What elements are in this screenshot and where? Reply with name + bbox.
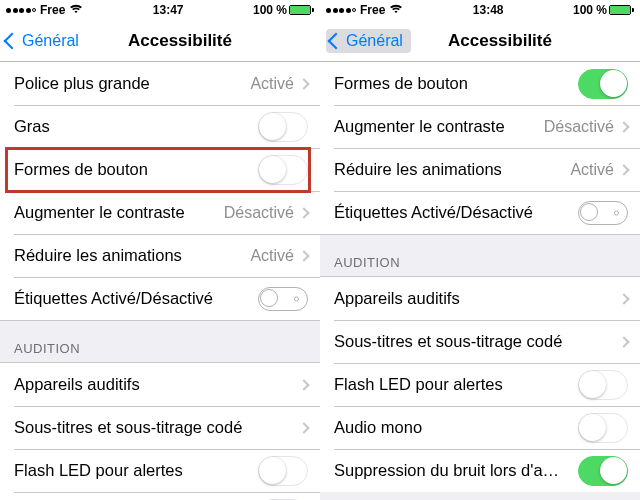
settings-row[interactable]: Suppression du bruit lors d'a… <box>320 449 640 492</box>
toggle-switch[interactable] <box>258 287 308 311</box>
settings-row[interactable]: Flash LED pour alertes <box>0 449 320 492</box>
settings-row[interactable]: Flash LED pour alertes <box>320 363 640 406</box>
row-label: Formes de bouton <box>14 160 258 179</box>
row-label: Appareils auditifs <box>334 289 620 308</box>
row-value: Activé <box>570 161 614 179</box>
battery-icon <box>609 5 634 15</box>
row-label: Étiquettes Activé/Désactivé <box>14 289 258 308</box>
status-time: 13:48 <box>473 3 504 17</box>
settings-row[interactable]: Étiquettes Activé/Désactivé <box>0 277 320 320</box>
toggle-switch[interactable] <box>578 201 628 225</box>
footer-note: La suppression du bruit réduit les sons … <box>320 492 640 500</box>
row-label: Sous-titres et sous-titrage codé <box>334 332 620 351</box>
row-label: Réduire les animations <box>334 160 570 179</box>
toggle-switch[interactable] <box>578 370 628 400</box>
chevron-left-icon <box>4 32 21 49</box>
settings-list: Police plus grandeActivéGrasFormes de bo… <box>0 62 320 500</box>
nav-bar: Général Accessibilité <box>320 20 640 62</box>
chevron-right-icon <box>298 379 309 390</box>
chevron-right-icon <box>298 78 309 89</box>
settings-row[interactable]: Réduire les animationsActivé <box>0 234 320 277</box>
chevron-right-icon <box>298 250 309 261</box>
settings-row[interactable]: Formes de bouton <box>0 148 320 191</box>
settings-row[interactable]: Audio mono <box>0 492 320 500</box>
settings-list: Formes de boutonAugmenter le contrasteDé… <box>320 62 640 500</box>
signal-dots <box>6 8 36 13</box>
row-label: Flash LED pour alertes <box>14 461 258 480</box>
settings-row[interactable]: Sous-titres et sous-titrage codé <box>0 406 320 449</box>
left-screenshot: Free 13:47 100 % Général Accessibilité P… <box>0 0 320 500</box>
row-label: Appareils auditifs <box>14 375 300 394</box>
status-time: 13:47 <box>153 3 184 17</box>
row-label: Flash LED pour alertes <box>334 375 578 394</box>
carrier: Free <box>360 3 385 17</box>
row-label: Formes de bouton <box>334 74 578 93</box>
row-label: Gras <box>14 117 258 136</box>
settings-row[interactable]: Formes de bouton <box>320 62 640 105</box>
chevron-right-icon <box>298 207 309 218</box>
row-label: Augmenter le contraste <box>14 203 224 222</box>
row-value: Désactivé <box>224 204 294 222</box>
section-header-audition: AUDITION <box>0 320 320 363</box>
toggle-switch[interactable] <box>578 456 628 486</box>
row-label: Suppression du bruit lors d'a… <box>334 461 578 480</box>
back-button[interactable]: Général <box>326 29 411 53</box>
back-label: Général <box>22 32 79 50</box>
settings-row[interactable]: Audio mono <box>320 406 640 449</box>
signal-dots <box>326 8 356 13</box>
settings-row[interactable]: Gras <box>0 105 320 148</box>
status-bar: Free 13:48 100 % <box>320 0 640 20</box>
toggle-switch[interactable] <box>258 112 308 142</box>
row-label: Augmenter le contraste <box>334 117 544 136</box>
row-value: Désactivé <box>544 118 614 136</box>
back-label: Général <box>346 32 403 50</box>
row-label: Police plus grande <box>14 74 250 93</box>
carrier: Free <box>40 3 65 17</box>
toggle-switch[interactable] <box>578 413 628 443</box>
battery-icon <box>289 5 314 15</box>
chevron-right-icon <box>618 293 629 304</box>
back-button[interactable]: Général <box>6 32 79 50</box>
chevron-right-icon <box>618 336 629 347</box>
right-screenshot: Free 13:48 100 % Général Accessibilité F… <box>320 0 640 500</box>
toggle-switch[interactable] <box>258 456 308 486</box>
battery-pct: 100 % <box>253 3 287 17</box>
row-label: Réduire les animations <box>14 246 250 265</box>
settings-row[interactable]: Appareils auditifs <box>0 363 320 406</box>
wifi-icon <box>389 4 403 16</box>
toggle-switch[interactable] <box>258 155 308 185</box>
settings-row[interactable]: Réduire les animationsActivé <box>320 148 640 191</box>
row-label: Audio mono <box>334 418 578 437</box>
row-value: Activé <box>250 75 294 93</box>
chevron-left-icon <box>328 32 345 49</box>
settings-row[interactable]: Augmenter le contrasteDésactivé <box>0 191 320 234</box>
settings-row[interactable]: Étiquettes Activé/Désactivé <box>320 191 640 234</box>
row-value: Activé <box>250 247 294 265</box>
battery-pct: 100 % <box>573 3 607 17</box>
nav-bar: Général Accessibilité <box>0 20 320 62</box>
row-label: Sous-titres et sous-titrage codé <box>14 418 300 437</box>
row-label: Étiquettes Activé/Désactivé <box>334 203 578 222</box>
settings-row[interactable]: Appareils auditifs <box>320 277 640 320</box>
wifi-icon <box>69 4 83 16</box>
chevron-right-icon <box>298 422 309 433</box>
chevron-right-icon <box>618 164 629 175</box>
section-header-audition: AUDITION <box>320 234 640 277</box>
settings-row[interactable]: Augmenter le contrasteDésactivé <box>320 105 640 148</box>
status-bar: Free 13:47 100 % <box>0 0 320 20</box>
settings-row[interactable]: Sous-titres et sous-titrage codé <box>320 320 640 363</box>
toggle-switch[interactable] <box>578 69 628 99</box>
settings-row[interactable]: Police plus grandeActivé <box>0 62 320 105</box>
chevron-right-icon <box>618 121 629 132</box>
